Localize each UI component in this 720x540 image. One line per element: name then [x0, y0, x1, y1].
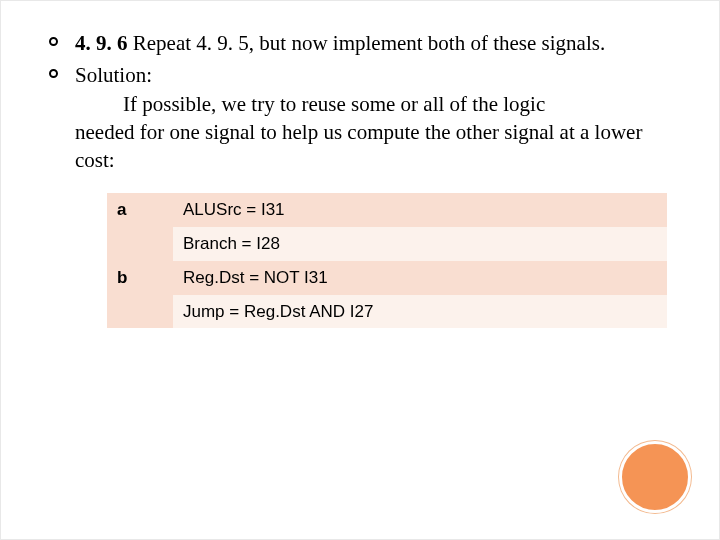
bullet-item: Solution: If possible, we try to reuse s… [49, 61, 671, 174]
table-row: Jump = Reg.Dst AND I27 [107, 295, 667, 329]
table-row: Branch = I28 [107, 227, 667, 261]
decorative-circle-icon [619, 441, 691, 513]
table-row: a ALUSrc = I31 [107, 193, 667, 227]
table-row: b Reg.Dst = NOT I31 [107, 261, 667, 295]
bullet-list: 4. 9. 6 Repeat 4. 9. 5, but now implemen… [49, 29, 671, 175]
bullet-lead: Solution: [75, 63, 152, 87]
row-value: Jump = Reg.Dst AND I27 [173, 295, 667, 329]
row-value: Branch = I28 [173, 227, 667, 261]
row-key: a [107, 193, 173, 261]
bullet-body-line: If possible, we try to reuse some or all… [75, 90, 671, 118]
signals-table: a ALUSrc = I31 Branch = I28 b Reg.Dst = … [107, 193, 667, 329]
row-value: ALUSrc = I31 [173, 193, 667, 227]
bullet-lead-bold: 4. 9. 6 [75, 31, 133, 55]
table: a ALUSrc = I31 Branch = I28 b Reg.Dst = … [107, 193, 667, 329]
row-value: Reg.Dst = NOT I31 [173, 261, 667, 295]
row-key: b [107, 261, 173, 329]
bullet-item: 4. 9. 6 Repeat 4. 9. 5, but now implemen… [49, 29, 671, 57]
slide: 4. 9. 6 Repeat 4. 9. 5, but now implemen… [0, 0, 720, 540]
bullet-text: Repeat 4. 9. 5, but now implement both o… [133, 31, 605, 55]
bullet-body-line: needed for one signal to help us compute… [75, 118, 671, 175]
